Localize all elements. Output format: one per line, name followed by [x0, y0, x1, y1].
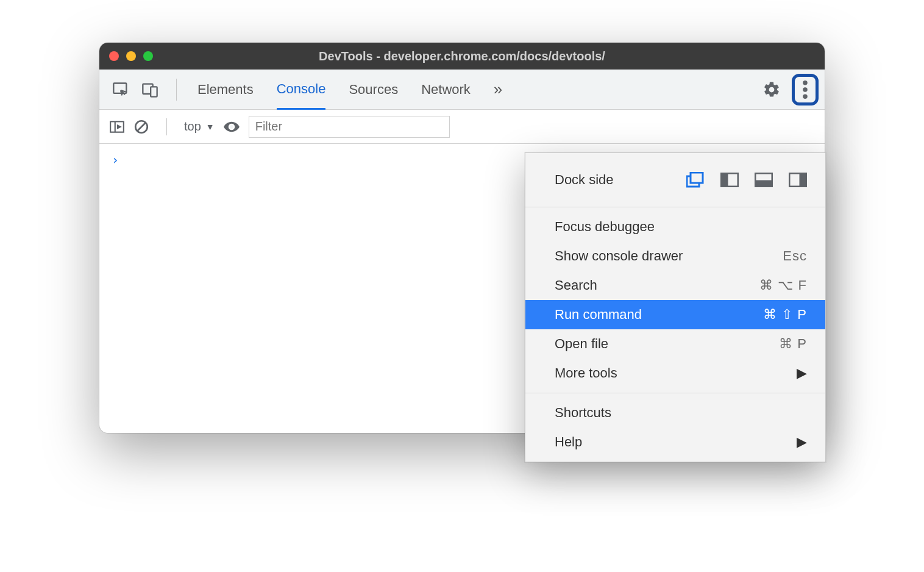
context-label: top	[184, 120, 201, 134]
dock-undock-icon[interactable]	[686, 173, 705, 187]
console-divider	[166, 118, 167, 135]
console-toolbar: top ▼	[99, 110, 825, 144]
device-toolbar-icon[interactable]	[138, 78, 162, 101]
devtools-window: DevTools - developer.chrome.com/docs/dev…	[99, 43, 825, 433]
dock-side-row: Dock side	[525, 158, 825, 202]
menu-item-search[interactable]: Search ⌘ ⌥ F	[525, 271, 825, 300]
menu-item-focus-debuggee[interactable]: Focus debuggee	[525, 212, 825, 241]
svg-point-4	[803, 87, 808, 92]
dock-side-label: Dock side	[555, 172, 614, 188]
inspect-element-icon[interactable]	[109, 78, 132, 101]
menu-item-show-console-drawer[interactable]: Show console drawer Esc	[525, 241, 825, 271]
tab-network[interactable]: Network	[421, 70, 471, 109]
svg-rect-18	[800, 173, 806, 187]
main-toolbar: Elements Console Sources Network »	[99, 70, 825, 110]
menu-item-open-file[interactable]: Open file ⌘ P	[525, 329, 825, 359]
customize-menu-popup: Dock side	[525, 152, 826, 462]
svg-rect-14	[721, 173, 727, 187]
dropdown-triangle-icon: ▼	[206, 122, 215, 132]
dock-right-icon[interactable]	[789, 173, 807, 187]
tab-sources[interactable]: Sources	[349, 70, 398, 109]
close-window-button[interactable]	[109, 51, 119, 61]
live-expression-eye-icon[interactable]	[223, 118, 240, 135]
execution-context-selector[interactable]: top ▼	[184, 120, 215, 134]
svg-rect-16	[755, 181, 772, 187]
svg-point-5	[803, 94, 808, 99]
svg-rect-12	[691, 173, 703, 183]
svg-point-10	[230, 125, 233, 129]
tab-console[interactable]: Console	[277, 70, 326, 110]
menu-item-shortcuts[interactable]: Shortcuts	[525, 398, 825, 427]
window-controls	[109, 51, 153, 61]
submenu-arrow-icon: ▶	[797, 365, 807, 381]
settings-gear-icon[interactable]	[762, 80, 781, 99]
console-prompt-icon: ›	[112, 152, 119, 167]
window-title: DevTools - developer.chrome.com/docs/dev…	[319, 49, 605, 63]
panel-tabs: Elements Console Sources Network »	[197, 70, 502, 109]
menu-item-help[interactable]: Help ▶	[525, 427, 825, 457]
more-tabs-button[interactable]: »	[494, 70, 502, 109]
toggle-console-sidebar-icon[interactable]	[109, 119, 125, 135]
submenu-arrow-icon: ▶	[797, 434, 807, 450]
clear-console-icon[interactable]	[133, 119, 149, 135]
svg-point-3	[803, 80, 808, 85]
customize-devtools-button[interactable]	[792, 74, 819, 105]
menu-item-run-command[interactable]: Run command ⌘ ⇧ P	[525, 300, 825, 329]
minimize-window-button[interactable]	[126, 51, 136, 61]
dock-left-icon[interactable]	[720, 173, 739, 187]
svg-line-9	[138, 123, 146, 130]
menu-item-more-tools[interactable]: More tools ▶	[525, 359, 825, 388]
svg-rect-2	[151, 87, 157, 96]
dock-bottom-icon[interactable]	[755, 173, 773, 187]
titlebar: DevTools - developer.chrome.com/docs/dev…	[99, 43, 825, 70]
console-filter-input[interactable]	[249, 116, 450, 138]
tab-elements[interactable]: Elements	[197, 70, 254, 109]
zoom-window-button[interactable]	[143, 51, 153, 61]
toolbar-divider	[176, 79, 177, 101]
